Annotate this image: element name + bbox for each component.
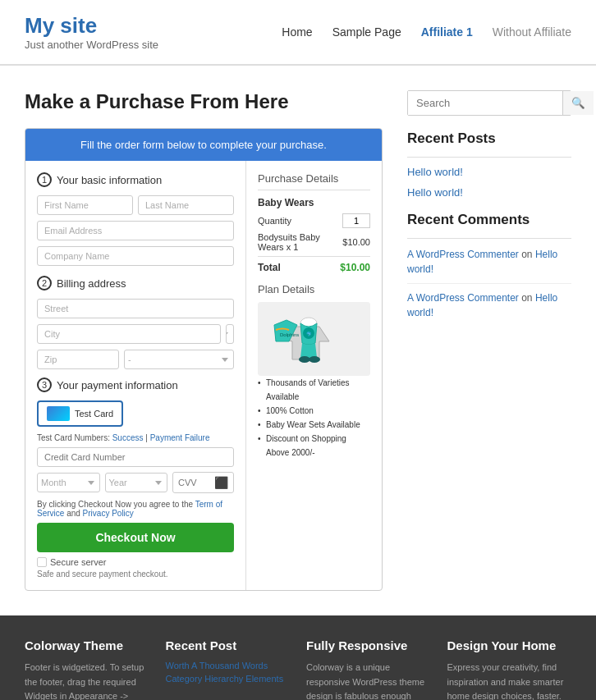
street-input[interactable] [37,299,234,318]
main-nav: Home Sample Page Affiliate 1 Without Aff… [282,25,571,39]
quantity-input[interactable] [342,213,370,228]
purchase-details-header: Purchase Details [258,172,370,190]
step3-title: 3 Your payment information [37,377,234,392]
search-box: 🔍 [407,90,571,116]
footer-col2-link1[interactable]: Worth A Thousand Words [166,661,291,670]
plan-image: Dolphins 🐬 [258,302,370,376]
footer-col-1: Colorway Theme Footer is widgetized. To … [25,638,149,700]
main-content: Make a Purchase From Here Fill the order… [0,66,596,615]
step3-circle: 3 [37,377,52,392]
nav-home[interactable]: Home [282,25,312,39]
first-name-input[interactable] [37,195,133,215]
company-row [37,246,234,266]
recent-comments-title: Recent Comments [407,212,571,228]
card-expiry-row: Month Year ⬛ [37,472,234,493]
terms-text: By clicking Checkout Now you agree to th… [37,500,234,518]
feature-3: Baby Wear Sets Available [258,418,370,432]
site-branding: My site Just another WordPress site [25,13,158,51]
test-card-success-link[interactable]: Success [112,433,144,442]
feature-4: Discount on Shopping Above 2000/- [258,432,370,460]
item-price: $10.00 [342,237,370,247]
email-input[interactable] [37,221,234,240]
svg-text:🐬: 🐬 [306,332,312,337]
recent-posts-title: Recent Posts [407,130,571,147]
footer-col4-text: Express your creativity, find inspiratio… [447,661,572,700]
footer-col1-text: Footer is widgetized. To setup the foote… [25,661,149,700]
comment-1: A WordPress Commenter on Hello world! [407,247,571,277]
comment-1-author[interactable]: A WordPress Commenter [407,249,519,260]
privacy-policy-link[interactable]: Privacy Policy [83,509,134,518]
year-select[interactable]: Year [105,473,168,492]
footer-col2-link2[interactable]: Category Hierarchy Elements [166,674,291,684]
svg-text:Dolphins: Dolphins [280,332,299,337]
card-btn-label: Test Card [75,409,113,419]
secure-checkbox [37,557,47,567]
search-button[interactable]: 🔍 [562,91,594,115]
company-input[interactable] [37,246,234,266]
secure-server-text: Secure server [50,557,106,567]
comment-2-author[interactable]: A WordPress Commenter [407,292,519,304]
country-select[interactable]: Country [226,324,234,344]
secure-row: Secure server [37,557,234,567]
step2-circle: 2 [37,276,52,291]
zip-row: - [37,350,234,369]
nav-sample-page[interactable]: Sample Page [332,25,401,39]
footer-col3-text: Colorway is a unique responsive WordPres… [306,661,431,700]
street-row [37,299,234,318]
purchase-total-row: Total $10.00 [258,256,370,273]
checkout-form-card: Fill the order form below to complete yo… [25,128,383,591]
quantity-row: Quantity [258,213,370,228]
zip-input[interactable] [37,350,119,369]
test-card-separator: | [145,433,148,442]
name-row [37,195,234,215]
nav-without-affiliate[interactable]: Without Affiliate [493,25,571,39]
month-select[interactable]: Month [37,473,100,492]
cc-number-input[interactable] [37,447,234,467]
cvv-input[interactable] [178,478,211,487]
site-header: My site Just another WordPress site Home… [0,0,596,65]
comment-divider [407,283,571,284]
footer: Colorway Theme Footer is widgetized. To … [0,615,596,700]
item-price-row: Bodysuits Baby Wears x 1 $10.00 [258,232,370,252]
form-inputs-section: 1 Your basic information [25,161,246,590]
footer-col3-title: Fully Responsive [306,638,431,652]
site-title: My site [25,13,158,39]
card-icon [47,406,70,421]
footer-col2-title: Recent Post [166,638,291,652]
page-title: Make a Purchase From Here [25,90,383,113]
step1-title: 1 Your basic information [37,172,234,187]
comment-2: A WordPress Commenter on Hello world! [407,291,571,320]
test-card-button[interactable]: Test Card [37,400,123,427]
site-tagline: Just another WordPress site [25,39,158,51]
search-input[interactable] [408,91,562,115]
svg-point-5 [299,356,310,363]
test-card-failure-link[interactable]: Payment Failure [150,433,210,442]
item-line-text: Bodysuits Baby Wears x 1 [258,232,342,252]
footer-col4-title: Design Your Home [447,638,572,652]
nav-affiliate1[interactable]: Affiliate 1 [421,25,473,39]
zip-select[interactable]: - [124,350,234,369]
feature-1: Thousands of Varieties Available [258,376,370,404]
svg-point-6 [309,356,320,363]
plan-details-header: Plan Details [258,283,370,295]
quantity-label: Quantity [258,216,291,226]
footer-col-2: Recent Post Worth A Thousand Words Categ… [166,638,291,700]
email-row [37,221,234,240]
checkout-button[interactable]: Checkout Now [37,523,234,552]
recent-post-1[interactable]: Hello world! [407,166,571,178]
step2-title: 2 Billing address [37,276,234,291]
cvv-wrapper: ⬛ [172,472,234,493]
test-card-info: Test Card Numbers: Success | Payment Fai… [37,433,234,442]
city-country-row: Country [37,324,234,344]
secure-desc-text: Safe and secure payment checkout. [37,570,234,579]
footer-col1-title: Colorway Theme [25,638,149,652]
total-label: Total [258,262,281,273]
city-input[interactable] [37,324,221,344]
recent-post-2[interactable]: Hello world! [407,186,571,199]
purchase-details-section: Purchase Details Baby Wears Quantity Bod… [246,161,382,590]
footer-col-4: Design Your Home Express your creativity… [447,638,572,700]
form-header-text: Fill the order form below to complete yo… [25,129,382,161]
last-name-input[interactable] [138,195,234,215]
plan-features-list: Thousands of Varieties Available 100% Co… [258,376,370,460]
left-column: Make a Purchase From Here Fill the order… [25,90,383,591]
